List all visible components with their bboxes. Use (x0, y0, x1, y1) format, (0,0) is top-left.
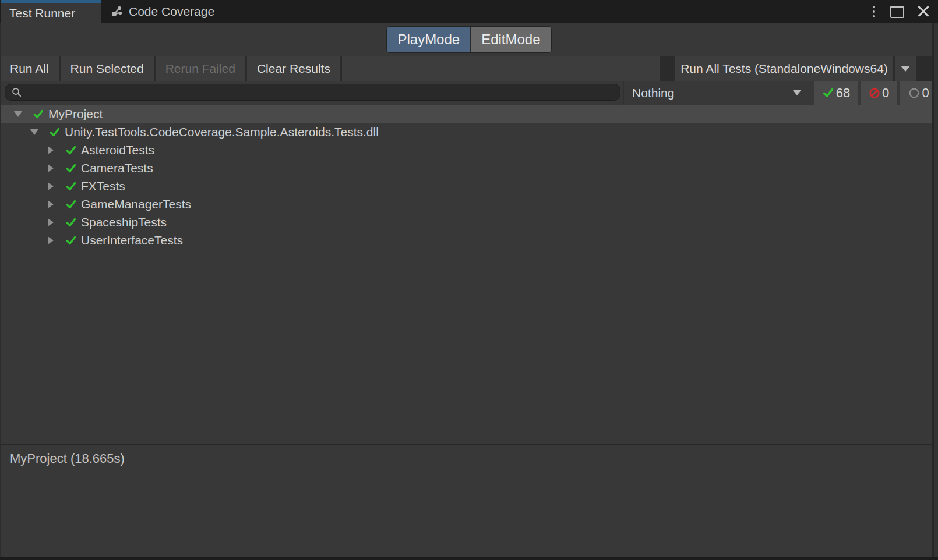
clear-results-label: Clear Results (257, 62, 330, 76)
fail-circle-icon (869, 87, 880, 99)
tree-item-fxtests[interactable]: FXTests (0, 177, 938, 195)
chevron-down-icon (901, 66, 910, 72)
pass-check-icon (65, 144, 77, 156)
tree-item-gamemanagertests[interactable]: GameManagerTests (0, 195, 938, 213)
window-right-border (932, 23, 934, 557)
failed-count: 0 (882, 86, 889, 101)
pass-check-icon (65, 199, 77, 210)
run-target-label: Run All Tests (StandaloneWindows64) (680, 62, 888, 76)
tree-item-label: AsteroidTests (81, 143, 154, 157)
tree-item-label: Unity.TestTools.CodeCoverage.Sample.Aste… (65, 125, 379, 139)
tree-item-label: SpaceshipTests (81, 215, 167, 229)
playmode-label: PlayMode (397, 31, 460, 48)
tab-test-runner[interactable]: Test Runner (1, 0, 101, 23)
pass-check-icon (822, 87, 834, 99)
expander-icon[interactable] (45, 236, 56, 244)
toolbar-spacer (342, 56, 660, 81)
tree-item-myproject[interactable]: MyProject (0, 105, 938, 123)
rerun-failed-button[interactable]: Rerun Failed (156, 56, 245, 81)
tree-item-tests-dll[interactable]: Unity.TestTools.CodeCoverage.Sample.Aste… (0, 123, 938, 141)
window-left-border (0, 23, 1, 560)
pass-check-icon (65, 235, 77, 246)
toolbar-gap (660, 56, 675, 81)
chevron-down-icon (793, 90, 801, 95)
toolbar: Run All Run Selected Rerun Failed Clear … (0, 56, 938, 81)
expander-icon[interactable] (13, 111, 23, 117)
filter-row: Nothing 68 0 (0, 81, 938, 105)
expander-icon[interactable] (45, 164, 56, 172)
window-right-strip (934, 23, 938, 560)
expander-icon[interactable] (45, 146, 56, 154)
rerun-failed-label: Rerun Failed (165, 62, 235, 76)
editmode-label: EditMode (481, 31, 540, 48)
pass-check-icon (65, 217, 77, 228)
skipped-count: 0 (922, 86, 929, 101)
tree-item-asteroidtests[interactable]: AsteroidTests (0, 141, 938, 159)
tab-label: Code Coverage (129, 5, 214, 19)
tree-item-userinterfacetests[interactable]: UserInterfaceTests (0, 231, 938, 249)
tree-item-label: FXTests (81, 179, 125, 193)
expander-icon[interactable] (45, 200, 56, 208)
category-filter-value: Nothing (632, 86, 674, 100)
pass-check-icon (65, 180, 77, 192)
tab-code-coverage[interactable]: Code Coverage (101, 0, 224, 23)
expander-icon[interactable] (45, 218, 56, 226)
run-all-tests-target-button[interactable]: Run All Tests (StandaloneWindows64) (675, 56, 893, 81)
pass-check-icon (65, 162, 77, 174)
maximize-icon[interactable] (890, 6, 904, 18)
pass-check-icon (33, 108, 44, 120)
skip-circle-icon (908, 87, 920, 99)
editmode-button[interactable]: EditMode (470, 27, 551, 52)
search-icon (11, 87, 22, 98)
window-controls (870, 0, 930, 23)
tree-item-cameratests[interactable]: CameraTests (0, 159, 938, 177)
result-badges: 68 0 0 (814, 81, 938, 105)
pass-check-icon (49, 126, 61, 138)
mode-toggle-group: PlayMode EditMode (386, 26, 551, 53)
expander-icon[interactable] (45, 182, 56, 190)
close-icon[interactable] (917, 5, 930, 18)
tab-label: Test Runner (9, 6, 75, 20)
tree-item-label: MyProject (48, 107, 103, 121)
status-panel: MyProject (18.665s) (0, 445, 938, 559)
run-selected-label: Run Selected (70, 62, 144, 76)
tree-item-label: GameManagerTests (81, 197, 191, 211)
passed-count-badge[interactable]: 68 (814, 81, 858, 105)
tab-bar: Test Runner Code Coverage (0, 0, 938, 23)
clear-results-button[interactable]: Clear Results (247, 56, 340, 81)
run-selected-button[interactable]: Run Selected (61, 56, 154, 81)
window-bottom-border (0, 557, 938, 560)
tree-item-label: CameraTests (81, 161, 153, 175)
run-all-label: Run All (10, 62, 49, 76)
search-input[interactable] (27, 85, 614, 100)
code-coverage-icon (111, 5, 124, 18)
playmode-button[interactable]: PlayMode (387, 27, 470, 52)
run-all-button[interactable]: Run All (0, 56, 59, 81)
tree-item-label: UserInterfaceTests (81, 233, 183, 247)
test-tree: MyProject Unity.TestTools.CodeCoverage.S… (0, 105, 938, 444)
mode-toggle-row: PlayMode EditMode (0, 23, 938, 56)
failed-count-badge[interactable]: 0 (861, 81, 897, 105)
tree-item-spaceshiptests[interactable]: SpaceshipTests (0, 213, 938, 231)
expander-icon[interactable] (29, 129, 40, 135)
category-filter-dropdown[interactable]: Nothing (623, 81, 810, 105)
passed-count: 68 (836, 86, 850, 101)
run-target-dropdown-button[interactable] (895, 56, 916, 81)
search-box[interactable] (5, 84, 620, 101)
kebab-menu-icon[interactable] (870, 3, 877, 20)
status-text: MyProject (18.665s) (10, 451, 125, 466)
